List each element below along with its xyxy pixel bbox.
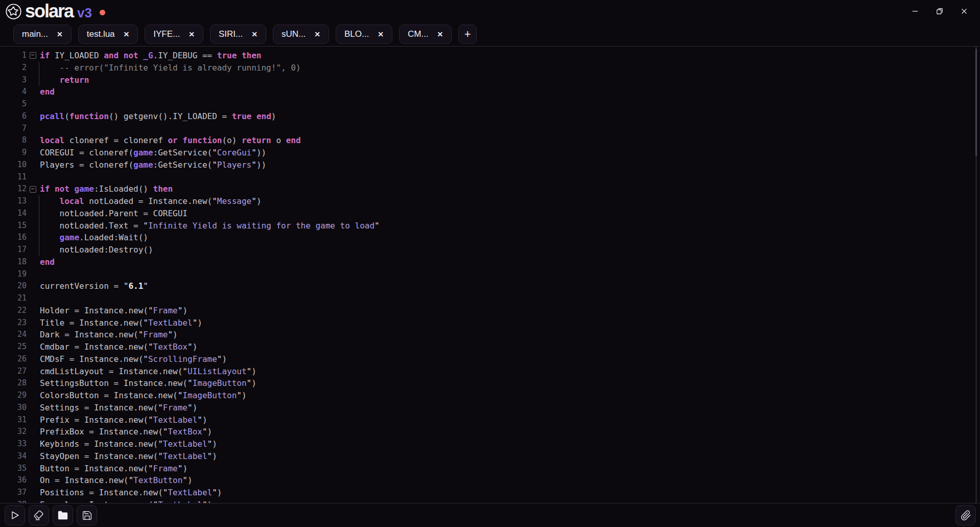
code-line-30[interactable]: 30Settings = Instance.new("Frame"): [0, 402, 980, 414]
code-line-10[interactable]: 10Players = cloneref(game:GetService("Pl…: [0, 159, 980, 171]
tab-close-icon[interactable]: ✕: [314, 31, 320, 38]
line-number: 30: [0, 402, 27, 414]
code-text: -- error("Infinite Yield is already runn…: [39, 62, 980, 74]
fold-collapse-icon[interactable]: −: [30, 186, 36, 193]
code-line-35[interactable]: 35Button = Instance.new("Frame"): [0, 463, 980, 475]
code-line-5[interactable]: 5: [0, 98, 980, 110]
code-line-18[interactable]: 18end: [0, 256, 980, 268]
tab-blo[interactable]: BLO...✕: [336, 25, 392, 44]
tab-close-icon[interactable]: ✕: [251, 31, 258, 38]
fold-collapse-icon[interactable]: −: [30, 52, 36, 59]
tab-cm[interactable]: CM...✕: [399, 25, 452, 44]
restore-button[interactable]: [931, 4, 948, 19]
code-line-32[interactable]: 32PrefixBox = Instance.new("TextBox"): [0, 426, 980, 438]
code-line-19[interactable]: 19: [0, 268, 980, 281]
line-number: 24: [0, 329, 27, 341]
code-text: notLoaded:Destroy(): [39, 244, 980, 256]
code-line-38[interactable]: 38Example = Instance.new("TextLabel"): [0, 499, 980, 503]
line-number: 9: [0, 147, 27, 159]
fold-column: [27, 110, 39, 123]
editor-scrollbar-thumb[interactable]: [975, 49, 977, 156]
save-button[interactable]: [77, 505, 97, 525]
code-line-25[interactable]: 25Cmdbar = Instance.new("TextBox"): [0, 341, 980, 353]
line-number: 20: [0, 280, 27, 292]
code-text: Title = Instance.new("TextLabel"): [39, 317, 980, 329]
code-line-29[interactable]: 29ColorsButton = Instance.new("ImageButt…: [0, 389, 980, 402]
code-lines: 1−if IY_LOADED and not _G.IY_DEBUG == tr…: [0, 50, 980, 503]
tab-main[interactable]: main...✕: [13, 25, 72, 44]
toolbar-left-group: [5, 505, 97, 525]
code-line-16[interactable]: 16 game.Loaded:Wait(): [0, 232, 980, 244]
code-line-36[interactable]: 36On = Instance.new("TextButton"): [0, 474, 980, 487]
fold-column: [27, 123, 39, 135]
code-line-26[interactable]: 26CMDsF = Instance.new("ScrollingFrame"): [0, 353, 980, 365]
code-line-27[interactable]: 27cmdListLayout = Instance.new("UIListLa…: [0, 365, 980, 378]
run-button[interactable]: [5, 505, 25, 525]
tab-iyfe[interactable]: IYFE...✕: [145, 25, 203, 44]
code-line-17[interactable]: 17 notLoaded:Destroy(): [0, 244, 980, 256]
tab-close-icon[interactable]: ✕: [124, 31, 130, 38]
tab-test-lua[interactable]: test.lua✕: [78, 25, 138, 44]
minimize-button[interactable]: [906, 4, 924, 19]
brand-version: v3: [77, 6, 92, 19]
code-text: [39, 98, 980, 110]
code-line-11[interactable]: 11: [0, 171, 980, 184]
code-line-21[interactable]: 21: [0, 292, 980, 305]
code-line-34[interactable]: 34StayOpen = Instance.new("TextLabel"): [0, 450, 980, 463]
code-text: [39, 171, 980, 184]
code-line-8[interactable]: 8local cloneref = cloneref or function(o…: [0, 134, 980, 147]
code-line-13[interactable]: 13 local notLoaded = Instance.new("Messa…: [0, 195, 980, 208]
code-line-31[interactable]: 31Prefix = Instance.new("TextLabel"): [0, 414, 980, 426]
code-line-28[interactable]: 28SettingsButton = Instance.new("ImageBu…: [0, 377, 980, 389]
code-editor[interactable]: 1−if IY_LOADED and not _G.IY_DEBUG == tr…: [0, 46, 980, 503]
code-line-6[interactable]: 6pcall(function() getgenv().IY_LOADED = …: [0, 110, 980, 123]
line-number: 23: [0, 317, 27, 329]
code-text: PrefixBox = Instance.new("TextBox"): [39, 426, 980, 438]
tab-close-icon[interactable]: ✕: [437, 31, 443, 38]
code-line-23[interactable]: 23Title = Instance.new("TextLabel"): [0, 317, 980, 329]
paperclip-icon: [961, 510, 971, 521]
attach-button[interactable]: [955, 505, 976, 525]
open-file-button[interactable]: [53, 505, 73, 525]
fold-column: [27, 220, 39, 232]
code-line-7[interactable]: 7: [0, 123, 980, 135]
fold-column: −: [27, 50, 39, 62]
brand: solara v3: [5, 2, 105, 20]
code-line-4[interactable]: 4end: [0, 86, 980, 98]
code-line-2[interactable]: 2 -- error("Infinite Yield is already ru…: [0, 62, 980, 74]
code-line-3[interactable]: 3 return: [0, 74, 980, 86]
tab-siri[interactable]: SIRI...✕: [210, 25, 266, 44]
fold-column: [27, 86, 39, 98]
code-line-1[interactable]: 1−if IY_LOADED and not _G.IY_DEBUG == tr…: [0, 50, 980, 62]
fold-column: [27, 256, 39, 268]
close-button[interactable]: [955, 4, 973, 19]
brand-name: solara: [25, 2, 73, 20]
code-line-14[interactable]: 14 notLoaded.Parent = COREGUI: [0, 208, 980, 220]
fold-column: [27, 134, 39, 147]
code-line-15[interactable]: 15 notLoaded.Text = "Infinite Yield is w…: [0, 220, 980, 232]
new-tab-button[interactable]: +: [458, 25, 477, 44]
code-line-33[interactable]: 33Keybinds = Instance.new("TextLabel"): [0, 438, 980, 450]
fold-column: [27, 341, 39, 353]
code-text: return: [39, 74, 980, 86]
code-text: Settings = Instance.new("Frame"): [39, 402, 980, 414]
fold-column: [27, 317, 39, 329]
fold-column: [27, 377, 39, 389]
fold-column: [27, 159, 39, 171]
code-text: [39, 268, 980, 281]
code-line-22[interactable]: 22Holder = Instance.new("Frame"): [0, 305, 980, 317]
tab-close-icon[interactable]: ✕: [57, 31, 63, 38]
code-line-12[interactable]: 12−if not game:IsLoaded() then: [0, 183, 980, 195]
code-line-37[interactable]: 37Positions = Instance.new("TextLabel"): [0, 487, 980, 499]
code-text: [39, 292, 980, 305]
save-icon: [82, 510, 92, 521]
code-line-24[interactable]: 24Dark = Instance.new("Frame"): [0, 329, 980, 341]
code-line-9[interactable]: 9COREGUI = cloneref(game:GetService("Cor…: [0, 147, 980, 159]
tab-sun[interactable]: sUN...✕: [273, 25, 329, 44]
code-line-20[interactable]: 20currentVersion = "6.1": [0, 280, 980, 292]
code-text: Cmdbar = Instance.new("TextBox"): [39, 341, 980, 353]
tab-close-icon[interactable]: ✕: [378, 31, 384, 38]
clear-button[interactable]: [29, 505, 49, 525]
code-text: end: [39, 86, 980, 98]
tab-close-icon[interactable]: ✕: [189, 31, 195, 38]
